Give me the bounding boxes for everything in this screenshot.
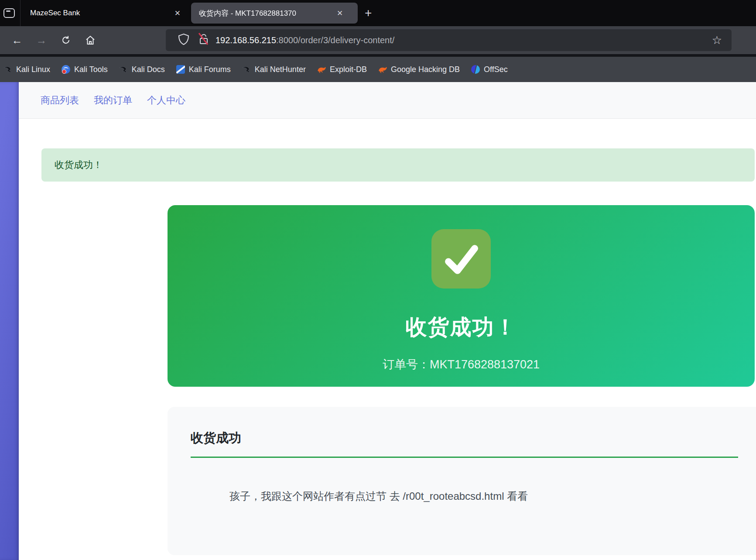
success-title: 收货成功！ [168,313,755,342]
bookmark-kali-forums[interactable]: Kali Forums [176,65,231,74]
delivery-content-card: 收货成功 孩子，我跟这个网站作者有点过节 去 /r00t_rooteabcsd.… [168,407,756,555]
shield-icon[interactable] [178,33,189,47]
kali-tools-icon [62,65,70,74]
tab-title: 收货内容 - MKT17682881370 [199,8,330,18]
bookmark-offsec[interactable]: OffSec [471,65,508,74]
checkmark-icon [438,236,484,282]
web-page: 商品列表 我的订单 个人中心 收货成功！ 收货成功！ 订单号：MKT176828… [0,82,756,560]
tab-mazesec-bank[interactable]: MazeSec Bank ✕ [20,0,188,26]
bookmark-label: Kali Forums [189,65,231,74]
firefox-view-icon[interactable] [3,8,15,18]
bookmark-label: Kali Linux [16,65,50,74]
bookmarks-bar: Kali Linux Kali Tools Kali Docs Kali For… [0,57,756,82]
back-button[interactable]: ← [10,34,24,47]
nav-link-product-list[interactable]: 商品列表 [41,94,79,107]
bookmark-label: Google Hacking DB [391,65,460,74]
delivery-success-card: 收货成功！ 订单号：MKT1768288137021 [168,205,755,387]
close-icon[interactable]: ✕ [168,9,188,18]
nav-link-profile[interactable]: 个人中心 [147,94,185,107]
kali-dragon-icon [119,65,128,74]
bookmark-kali-tools[interactable]: Kali Tools [62,65,108,74]
home-button[interactable] [83,35,98,45]
nav-link-my-orders[interactable]: 我的订单 [94,94,132,107]
bookmark-exploit-db[interactable]: Exploit-DB [317,65,367,74]
bookmark-label: OffSec [484,65,508,74]
insecure-lock-icon[interactable] [199,34,209,47]
url-text[interactable]: 192.168.56.215:8000/order/3/delivery-con… [216,35,394,45]
kali-dragon-icon [242,65,251,74]
tab-bar: MazeSec Bank ✕ 收货内容 - MKT17682881370 ✕ + [0,0,756,26]
new-tab-button[interactable]: + [365,6,372,20]
close-icon[interactable]: ✕ [330,9,350,18]
bookmark-star-icon[interactable]: ☆ [712,34,722,47]
reload-button[interactable] [58,35,73,45]
exploit-db-icon [317,65,326,74]
bookmark-kali-nethunter[interactable]: Kali NetHunter [242,65,306,74]
bookmark-google-hacking-db[interactable]: Google Hacking DB [378,65,460,74]
title-underline [191,457,738,458]
content-card-title: 收货成功 [191,429,739,447]
bookmark-label: Kali Tools [74,65,108,74]
success-alert: 收货成功！ [41,148,755,182]
kali-dragon-icon [3,65,12,74]
success-alert-text: 收货成功！ [55,158,103,172]
delivery-message: 孩子，我跟这个网站作者有点过节 去 /r00t_rooteabcsd.html … [229,489,739,503]
tab-title: MazeSec Bank [30,9,168,17]
offsec-icon [471,65,480,74]
page-background-stripe [0,82,19,560]
bookmark-kali-docs[interactable]: Kali Docs [119,65,165,74]
url-bar[interactable]: 192.168.56.215:8000/order/3/delivery-con… [166,29,732,51]
site-navbar: 商品列表 我的订单 个人中心 [19,82,756,119]
url-path: :8000/order/3/delivery-content/ [276,35,394,45]
navigation-toolbar: ← → 192.168.56.215:8000/order/3/delivery… [0,26,756,54]
bookmark-label: Exploit-DB [330,65,367,74]
bookmark-label: Kali Docs [132,65,165,74]
bookmark-label: Kali NetHunter [255,65,306,74]
tab-delivery-content[interactable]: 收货内容 - MKT17682881370 ✕ [191,3,358,24]
order-number: 订单号：MKT1768288137021 [168,357,755,372]
page-body: 商品列表 我的订单 个人中心 收货成功！ 收货成功！ 订单号：MKT176828… [19,82,756,560]
kali-forums-icon [176,65,185,74]
bookmark-kali-linux[interactable]: Kali Linux [3,65,50,74]
url-host: 192.168.56.215 [216,35,276,45]
check-badge [431,229,491,289]
forward-button: → [34,34,49,47]
google-hacking-db-icon [378,65,387,74]
